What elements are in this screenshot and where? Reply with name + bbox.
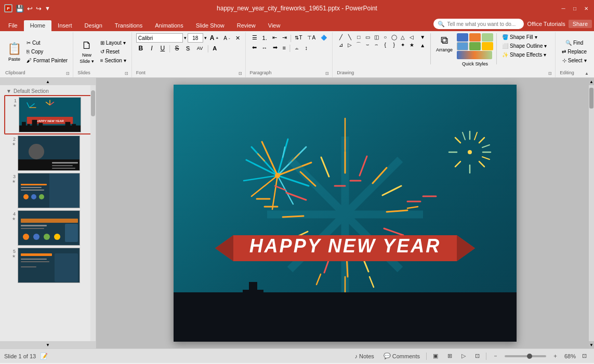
shape-oval2[interactable]: ◯ — [390, 33, 398, 41]
qs-blue[interactable] — [457, 33, 468, 42]
copy-button[interactable]: ⎘ Copy — [24, 48, 70, 56]
tab-file[interactable]: File — [2, 20, 24, 31]
smart-art-button[interactable]: 🔷 — [319, 34, 329, 42]
align-left-button[interactable]: ⬅ — [250, 43, 259, 52]
main-slide[interactable]: HAPPY NEW YEAR — [174, 85, 517, 342]
slide-thumb-1[interactable]: 1 ★ — [4, 95, 94, 134]
font-name-dropdown-icon[interactable]: ▾ — [184, 35, 187, 41]
increase-font-button[interactable]: A+ — [208, 33, 220, 43]
section-button[interactable]: ≡ Section ▾ — [98, 57, 128, 64]
shape-line2[interactable]: ╲ — [346, 33, 354, 41]
font-name-input[interactable] — [136, 33, 183, 43]
underline-button[interactable]: U — [158, 44, 167, 53]
shape-arrow2[interactable]: ▷ — [346, 41, 354, 48]
columns-button[interactable]: ⫠ — [292, 44, 302, 52]
canvas-scrollbar-thumb[interactable] — [589, 88, 593, 109]
notes-button[interactable]: ♪ Notes — [352, 352, 377, 360]
section-collapse-icon[interactable]: ▼ — [6, 88, 11, 94]
slide-thumb-5[interactable]: 5 ★ — [4, 247, 94, 284]
align-right-button[interactable]: ➡ — [271, 43, 280, 52]
cut-button[interactable]: ✂ Cut — [24, 39, 70, 47]
paragraph-expand-icon[interactable]: ⊡ — [325, 71, 329, 76]
justify-button[interactable]: ≡ — [281, 44, 288, 52]
arrange-button[interactable]: ⧉ Arrange — [434, 33, 455, 53]
canvas-scroll-down[interactable]: ▼ — [589, 341, 594, 348]
tab-animations[interactable]: Animations — [149, 20, 189, 31]
restore-btn[interactable]: □ — [571, 5, 578, 12]
editing-expand-icon[interactable]: ▲ — [585, 71, 589, 76]
bullets-button[interactable]: ☰ — [250, 33, 259, 42]
shape-brace[interactable]: { — [381, 41, 389, 48]
comments-button[interactable]: 💬 Comments — [380, 352, 423, 360]
text-direction-button[interactable]: ⇅T — [293, 34, 304, 42]
shape-effects-button[interactable]: ✨ Shape Effects ▾ — [500, 51, 549, 59]
tab-view[interactable]: View — [262, 20, 287, 31]
slides-expand-icon[interactable]: ⊡ — [125, 71, 128, 76]
qs-orange[interactable] — [469, 33, 481, 42]
font-expand-icon[interactable]: ⊡ — [239, 71, 242, 76]
shape-arrow3[interactable]: ⌒ — [354, 41, 363, 48]
shape-triangle[interactable]: △ — [399, 33, 407, 41]
save-icon[interactable]: 💾 — [16, 5, 24, 12]
qs-green2[interactable] — [469, 42, 481, 50]
office-tutorials-link[interactable]: Office Tutorials — [527, 21, 565, 27]
clipboard-expand-icon[interactable]: ⊡ — [66, 71, 70, 76]
shape-rect2[interactable]: ▭ — [363, 33, 372, 41]
tab-design[interactable]: Design — [78, 20, 109, 31]
shape-star[interactable]: ✦ — [399, 41, 407, 48]
align-center-button[interactable]: ↔ — [260, 44, 270, 52]
undo-icon[interactable]: ↩ — [27, 5, 33, 12]
shape-rect[interactable]: □ — [354, 33, 363, 41]
slide-preview-1[interactable]: HAPPY NEW YEAR — [19, 97, 81, 132]
shape-arrow1[interactable]: ⊿ — [337, 41, 345, 48]
align-text-button[interactable]: ⊤A — [305, 34, 318, 42]
tab-slideshow[interactable]: Slide Show — [190, 20, 231, 31]
scroll-up-arrow[interactable]: ▲ — [0, 78, 96, 85]
minimize-btn[interactable]: ─ — [560, 5, 567, 12]
shape-curve2[interactable]: ⌢ — [372, 41, 380, 48]
zoom-slider[interactable] — [505, 355, 546, 357]
shadow-button[interactable]: S — [183, 44, 193, 52]
char-spacing-button[interactable]: AV — [194, 45, 206, 52]
tab-home[interactable]: Home — [24, 20, 51, 31]
quick-styles-button[interactable]: Quick Styles — [460, 60, 490, 68]
tab-insert[interactable]: Insert — [51, 20, 78, 31]
zoom-thumb[interactable] — [527, 354, 532, 359]
qs-yellow[interactable] — [482, 42, 493, 50]
qs-green[interactable] — [482, 33, 493, 42]
slide-thumb-2[interactable]: 2 ★ — [4, 134, 94, 172]
view-reading-button[interactable]: ▷ — [458, 352, 469, 360]
reset-button[interactable]: ↺ Reset — [98, 48, 128, 56]
slide-thumb-3[interactable]: 3 ★ — [4, 172, 94, 209]
slide-preview-4[interactable] — [18, 210, 80, 246]
font-size-dropdown-icon[interactable]: ▾ — [204, 35, 207, 41]
layout-button[interactable]: ⊞ Layout ▾ — [98, 39, 128, 47]
decrease-font-button[interactable]: A- — [221, 34, 232, 42]
share-btn[interactable]: Share — [569, 20, 592, 28]
shape-curve1[interactable]: ⌣ — [363, 41, 372, 48]
find-button[interactable]: 🔍 Find — [563, 39, 585, 47]
shape-line[interactable]: ╱ — [337, 33, 345, 41]
shape-oval[interactable]: ○ — [381, 33, 389, 41]
decrease-indent-button[interactable]: ⇤ — [270, 33, 279, 42]
paste-button[interactable]: 📋 Paste — [5, 33, 23, 70]
tab-review[interactable]: Review — [231, 20, 262, 31]
fit-slide-button[interactable]: ⊡ — [579, 352, 590, 360]
slide-notes-icon[interactable]: 📝 — [40, 353, 48, 360]
shape-fill-button[interactable]: 🪣 Shape Fill ▾ — [500, 33, 549, 41]
clear-format-button[interactable]: ✕ — [233, 34, 242, 43]
font-color-button[interactable]: A — [210, 44, 221, 52]
select-button[interactable]: ⊹ Select ▾ — [560, 57, 589, 64]
slide-thumb-4[interactable]: 4 ★ — [4, 209, 94, 247]
view-sorter-button[interactable]: ⊞ — [444, 352, 455, 360]
qs-blue2[interactable] — [457, 42, 468, 50]
redo-icon[interactable]: ↪ — [36, 5, 42, 12]
slide-preview-5[interactable] — [18, 248, 80, 283]
slide-preview-2[interactable] — [18, 136, 80, 171]
view-normal-button[interactable]: ▣ — [430, 352, 441, 360]
tab-transitions[interactable]: Transitions — [109, 20, 149, 31]
close-btn[interactable]: ✕ — [583, 5, 590, 12]
shape-brace2[interactable]: } — [390, 41, 398, 48]
line-spacing-button[interactable]: ↕ — [303, 44, 310, 52]
numbering-button[interactable]: 1. — [260, 34, 269, 42]
